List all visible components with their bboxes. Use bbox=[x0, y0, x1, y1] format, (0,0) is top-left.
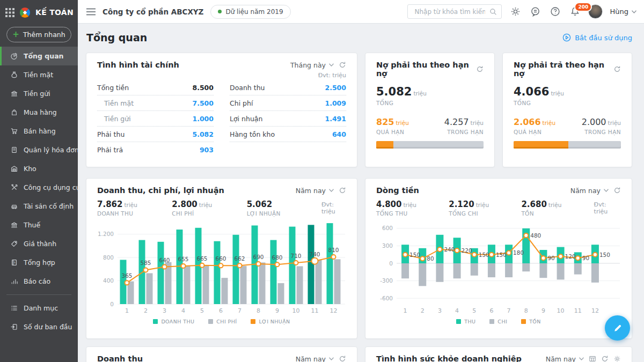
sidebar-item-label: Danh mục bbox=[24, 304, 58, 312]
sidebar-item-tien-gui[interactable]: Tiền gửi bbox=[0, 84, 78, 103]
overdue-block: 2.066triệu QUÁ HẠN bbox=[514, 117, 555, 135]
sidebar-item-label: Quản lý hóa đơn bbox=[24, 146, 79, 154]
sidebar-item-tai-san-co-dinh[interactable]: Tài sản cố định bbox=[0, 197, 78, 216]
svg-text:2: 2 bbox=[421, 307, 425, 314]
svg-text:3: 3 bbox=[438, 307, 442, 314]
notifications-bell-icon[interactable]: 200 bbox=[568, 6, 581, 17]
edit-dashboard-fab[interactable] bbox=[605, 315, 630, 341]
svg-text:660: 660 bbox=[215, 255, 226, 262]
sidebar-menu: Tổng quanTiền mặtTiền gửiMua hàngBán hàn… bbox=[0, 47, 78, 336]
refresh-icon[interactable] bbox=[339, 187, 346, 194]
sidebar-item-cong-cu-dung-cu[interactable]: Công cụ dụng cụ bbox=[0, 178, 78, 197]
sidebar-item-tong-quan[interactable]: Tổng quan bbox=[0, 47, 78, 65]
refresh-icon[interactable] bbox=[339, 61, 346, 69]
refresh-icon[interactable] bbox=[613, 65, 621, 73]
start-using-link[interactable]: Bắt đầu sử dụng bbox=[562, 33, 632, 42]
play-circle-icon bbox=[562, 33, 571, 42]
legend-item[interactable]: LỢI NHUẬN bbox=[251, 319, 290, 324]
svg-text:800: 800 bbox=[103, 254, 114, 261]
feedback-chat-icon[interactable] bbox=[529, 6, 541, 17]
svg-text:690: 690 bbox=[253, 254, 264, 260]
sidebar-item-bao-cao[interactable]: Báo cáo bbox=[0, 272, 78, 291]
overdue-block: 825triệu QUÁ HẠN bbox=[376, 117, 409, 135]
sidebar-item-gia-thanh[interactable]: Giá thành bbox=[0, 234, 78, 253]
hamburger-menu-icon[interactable] bbox=[86, 8, 96, 16]
app-logo-pinwheel-icon bbox=[19, 6, 31, 19]
app-grid-icon[interactable] bbox=[5, 8, 14, 17]
help-icon[interactable] bbox=[548, 6, 561, 17]
refresh-icon[interactable] bbox=[339, 355, 346, 362]
quick-add-button[interactable]: + Thêm nhanh bbox=[6, 27, 71, 42]
refresh-icon[interactable] bbox=[601, 355, 609, 362]
ledger-icon: $ bbox=[10, 258, 18, 267]
refresh-icon[interactable] bbox=[613, 187, 621, 194]
cart-icon bbox=[10, 127, 18, 135]
gear-icon[interactable] bbox=[613, 355, 621, 362]
list-icon bbox=[10, 304, 18, 312]
svg-text:680: 680 bbox=[272, 254, 282, 261]
svg-text:8: 8 bbox=[524, 307, 528, 314]
plus-icon: + bbox=[12, 31, 19, 39]
sidebar-item-label: Tiền gửi bbox=[24, 90, 50, 98]
settings-gear-icon[interactable] bbox=[509, 6, 522, 17]
svg-text:150: 150 bbox=[496, 252, 507, 258]
search-box bbox=[407, 4, 502, 19]
search-icon[interactable] bbox=[489, 8, 497, 16]
legend-item[interactable]: TỒN bbox=[521, 319, 541, 324]
sidebar-item-danh-muc[interactable]: Danh mục bbox=[0, 299, 78, 317]
period-dropdown[interactable]: Năm nay bbox=[296, 355, 334, 362]
svg-text:810: 810 bbox=[328, 247, 339, 253]
legend-item[interactable]: THU bbox=[456, 319, 475, 324]
legend-item[interactable]: CHI bbox=[489, 319, 507, 324]
svg-text:7: 7 bbox=[238, 307, 241, 314]
sidebar-item-quan-ly-hoa-don[interactable]: Quản lý hóa đơn bbox=[0, 141, 78, 159]
legend-swatch bbox=[208, 319, 213, 324]
period-dropdown[interactable]: Tháng này bbox=[290, 61, 334, 69]
user-menu[interactable]: Hùng bbox=[610, 8, 636, 16]
card-title: Nợ phải thu theo hạn nợ bbox=[376, 61, 476, 78]
sidebar-item-label: Báo cáo bbox=[24, 277, 50, 285]
sidebar-item-label: Tài sản cố định bbox=[24, 202, 74, 210]
sidebar-item-tien-mat[interactable]: Tiền mặt bbox=[0, 65, 78, 84]
finance-row-label: Doanh thu bbox=[230, 84, 265, 92]
sidebar-item-kho[interactable]: Kho bbox=[0, 159, 78, 178]
card-financial-situation: Tình hình tài chính Tháng này Đvt: triệu… bbox=[86, 53, 357, 167]
svg-text:4: 4 bbox=[455, 307, 459, 314]
sidebar-item-label: Thuế bbox=[24, 221, 40, 229]
legend-item[interactable]: DOANH THU bbox=[153, 319, 194, 324]
revenue-chart[interactable]: 04008001.2001234567891011123655856406556… bbox=[97, 218, 347, 318]
total-value: 5.082triệu bbox=[376, 85, 484, 98]
finance-row-label: Hàng tồn kho bbox=[230, 130, 275, 138]
sidebar-item-thue[interactable]: Thuế bbox=[0, 216, 78, 234]
period-dropdown[interactable]: Năm nay bbox=[546, 355, 584, 362]
chevron-down-icon bbox=[329, 63, 334, 67]
sidebar-item-so-du-ban-dau[interactable]: Số dư ban đầu bbox=[0, 317, 78, 336]
user-name: Hùng bbox=[610, 8, 628, 16]
sidebar-item-mua-hang[interactable]: Mua hàng bbox=[0, 103, 78, 122]
top-header: Công ty cổ phần ABCXYZ Dữ liệu năm 2019 … bbox=[78, 0, 644, 24]
chart-stat: 2.800triệuCHI PHÍ bbox=[172, 200, 246, 217]
data-year-badge[interactable]: Dữ liệu năm 2019 bbox=[210, 5, 290, 19]
sidebar-item-tong-hop[interactable]: $Tổng hợp bbox=[0, 253, 78, 272]
green-dot-icon bbox=[218, 10, 222, 13]
table-view-icon[interactable] bbox=[589, 355, 596, 362]
refresh-icon[interactable] bbox=[476, 65, 484, 73]
search-input[interactable] bbox=[413, 8, 486, 16]
card-title: Dòng tiền bbox=[376, 186, 419, 195]
sidebar-item-ban-hang[interactable]: Bán hàng bbox=[0, 122, 78, 141]
sidebar-item-label: Bán hàng bbox=[24, 127, 56, 135]
finance-row: Hàng tồn kho640 bbox=[230, 127, 346, 142]
unit-label: Đvt: triệu bbox=[97, 72, 346, 79]
car-icon bbox=[10, 202, 18, 210]
legend-item[interactable]: CHI PHÍ bbox=[208, 319, 237, 324]
period-dropdown[interactable]: Năm nay bbox=[296, 187, 334, 195]
svg-text:180: 180 bbox=[513, 249, 524, 256]
company-name[interactable]: Công ty cổ phần ABCXYZ bbox=[103, 8, 203, 16]
finance-row: Phải trả903 bbox=[97, 142, 214, 158]
svg-text:90: 90 bbox=[582, 255, 589, 261]
period-dropdown[interactable]: Năm nay bbox=[570, 187, 609, 195]
svg-text:600: 600 bbox=[382, 225, 393, 231]
cashflow-chart[interactable]: -600-30003006001234567891011121508024022… bbox=[376, 218, 622, 318]
sidebar-item-label: Công cụ dụng cụ bbox=[24, 183, 80, 191]
svg-text:740: 740 bbox=[309, 251, 320, 257]
